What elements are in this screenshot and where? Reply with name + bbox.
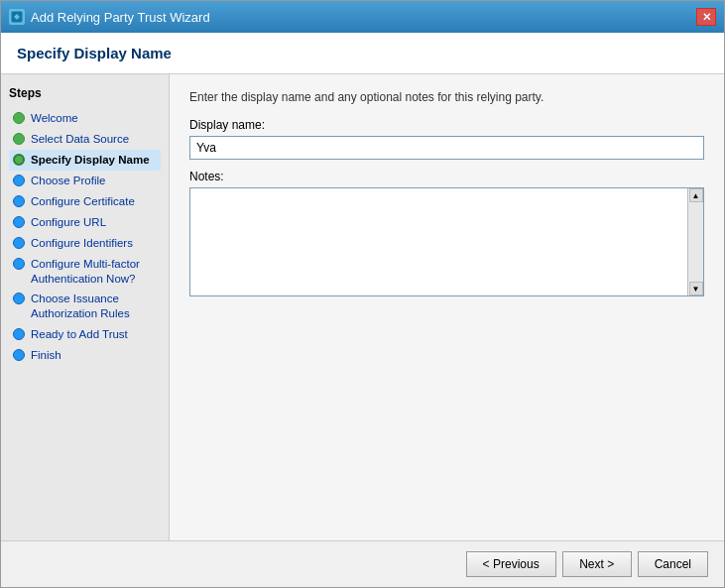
app-icon — [9, 9, 25, 25]
display-name-input[interactable] — [189, 136, 704, 160]
steps-list: WelcomeSelect Data SourceSpecify Display… — [9, 108, 161, 366]
steps-header: Steps — [9, 86, 161, 100]
step-dot-choose-issuance — [13, 293, 25, 304]
step-label-welcome: Welcome — [31, 111, 78, 126]
step-label-specify-display-name: Specify Display Name — [31, 153, 150, 168]
wizard-window: Add Relying Party Trust Wizard ✕ Specify… — [0, 0, 725, 588]
title-bar-left: Add Relying Party Trust Wizard — [9, 9, 210, 25]
step-item-configure-certificate[interactable]: Configure Certificate — [9, 191, 161, 212]
display-name-label: Display name: — [189, 118, 704, 132]
scroll-down-arrow[interactable]: ▼ — [689, 282, 703, 295]
step-item-choose-profile[interactable]: Choose Profile — [9, 171, 161, 191]
step-dot-configure-certificate — [13, 195, 25, 207]
step-item-select-data-source[interactable]: Select Data Source — [9, 129, 161, 150]
step-item-finish[interactable]: Finish — [9, 345, 161, 366]
step-dot-specify-display-name — [13, 154, 25, 166]
step-dot-choose-profile — [13, 175, 25, 186]
previous-button[interactable]: < Previous — [466, 551, 556, 577]
content-area: Specify Display Name Steps WelcomeSelect… — [1, 33, 724, 587]
step-label-configure-certificate: Configure Certificate — [31, 194, 135, 209]
right-panel: Enter the display name and any optional … — [170, 74, 724, 540]
step-label-configure-identifiers: Configure Identifiers — [31, 236, 133, 251]
main-body: Steps WelcomeSelect Data SourceSpecify D… — [1, 74, 724, 540]
notes-scrollbar: ▲ ▼ — [687, 188, 703, 295]
step-label-select-data-source: Select Data Source — [31, 132, 129, 147]
window-title: Add Relying Party Trust Wizard — [31, 10, 210, 25]
step-dot-configure-identifiers — [13, 237, 25, 249]
step-label-configure-url: Configure URL — [31, 215, 106, 230]
step-label-choose-issuance: Choose Issuance Authorization Rules — [31, 292, 157, 321]
page-header: Specify Display Name — [1, 33, 724, 74]
step-label-finish: Finish — [31, 348, 61, 363]
scroll-up-arrow[interactable]: ▲ — [689, 188, 703, 202]
notes-group: Notes: ▲ ▼ — [189, 170, 704, 296]
footer: < Previous Next > Cancel — [1, 540, 724, 587]
step-dot-configure-mfa — [13, 258, 25, 270]
step-item-choose-issuance[interactable]: Choose Issuance Authorization Rules — [9, 289, 161, 324]
step-dot-welcome — [13, 112, 25, 124]
step-item-ready-to-add[interactable]: Ready to Add Trust — [9, 324, 161, 345]
step-label-choose-profile: Choose Profile — [31, 174, 105, 188]
notes-input[interactable] — [190, 188, 687, 295]
step-dot-configure-url — [13, 216, 25, 228]
cancel-button[interactable]: Cancel — [638, 551, 708, 577]
notes-label: Notes: — [189, 170, 704, 183]
scroll-track — [688, 202, 703, 282]
step-item-configure-url[interactable]: Configure URL — [9, 212, 161, 233]
sidebar: Steps WelcomeSelect Data SourceSpecify D… — [1, 74, 170, 540]
step-dot-finish — [13, 349, 25, 361]
next-button[interactable]: Next > — [562, 551, 632, 577]
page-title: Specify Display Name — [17, 45, 708, 61]
step-item-configure-mfa[interactable]: Configure Multi-factor Authentication No… — [9, 254, 161, 290]
step-label-configure-mfa: Configure Multi-factor Authentication No… — [31, 257, 157, 287]
step-dot-ready-to-add — [13, 328, 25, 340]
step-item-welcome[interactable]: Welcome — [9, 108, 161, 129]
instructions-text: Enter the display name and any optional … — [189, 90, 704, 104]
step-dot-select-data-source — [13, 133, 25, 145]
step-item-specify-display-name[interactable]: Specify Display Name — [9, 150, 161, 171]
step-label-ready-to-add: Ready to Add Trust — [31, 327, 128, 342]
title-bar: Add Relying Party Trust Wizard ✕ — [1, 1, 724, 33]
notes-container: ▲ ▼ — [189, 187, 704, 296]
step-item-configure-identifiers[interactable]: Configure Identifiers — [9, 233, 161, 254]
close-button[interactable]: ✕ — [696, 8, 716, 26]
display-name-group: Display name: — [189, 118, 704, 160]
